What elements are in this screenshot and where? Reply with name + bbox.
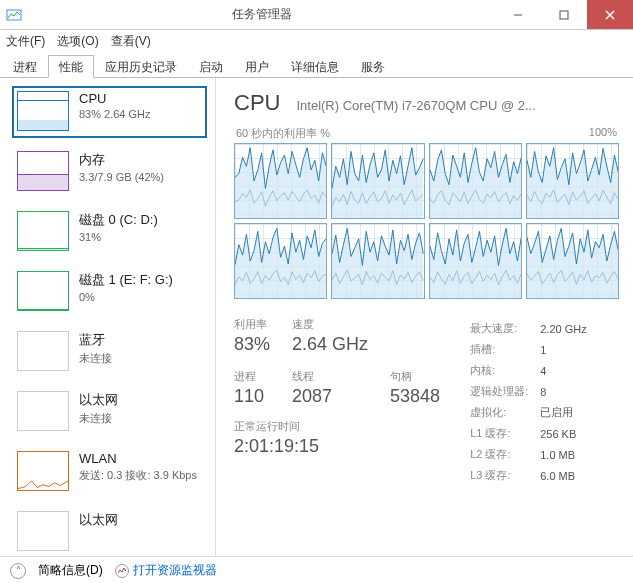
titlebar: 任务管理器 (0, 0, 633, 30)
speed-label: 速度 (292, 317, 368, 332)
resource-monitor-icon (115, 564, 129, 578)
thread-value: 2087 (292, 386, 368, 407)
util-label: 利用率 (234, 317, 270, 332)
sidebar-item-sub: 3.3/7.9 GB (42%) (79, 171, 164, 183)
thread-label: 线程 (292, 369, 368, 384)
minimize-button[interactable] (495, 0, 541, 29)
bluetooth-thumb-icon (17, 331, 69, 371)
tab-startup[interactable]: 启动 (188, 55, 234, 78)
chevron-up-icon[interactable]: ˄ (10, 563, 26, 579)
handle-value: 53848 (390, 386, 440, 407)
cpu-core-chart-4 (234, 223, 327, 299)
svg-marker-7 (430, 148, 521, 218)
tab-processes[interactable]: 进程 (2, 55, 48, 78)
sidebar: CPU 83% 2.64 GHz 内存 3.3/7.9 GB (42%) 磁盘 … (0, 78, 216, 556)
cpu-core-chart-1 (331, 143, 424, 219)
cpu-core-grid[interactable] (234, 143, 619, 299)
open-resource-monitor-link[interactable]: 打开资源监视器 (115, 562, 217, 579)
sidebar-item-wlan[interactable]: WLAN 发送: 0.3 接收: 3.9 Kbps (12, 446, 207, 498)
tab-performance[interactable]: 性能 (48, 55, 94, 78)
uptime-label: 正常运行时间 (234, 419, 440, 434)
footer: ˄ 简略信息(D) 打开资源监视器 (0, 556, 633, 583)
sidebar-item-sub: 0% (79, 291, 173, 303)
sidebar-item-sub: 未连接 (79, 411, 118, 426)
window-controls (495, 0, 633, 29)
sidebar-item-sub: 发送: 0.3 接收: 3.9 Kbps (79, 468, 197, 483)
sidebar-item-label: 磁盘 0 (C: D:) (79, 211, 158, 229)
sidebar-item-ethernet[interactable]: 以太网 未连接 (12, 386, 207, 438)
cpu-core-chart-0 (234, 143, 327, 219)
svg-marker-8 (527, 148, 618, 218)
speed-value: 2.64 GHz (292, 334, 368, 355)
disk-thumb-icon (17, 271, 69, 311)
sidebar-item-sub: 未连接 (79, 351, 112, 366)
sidebar-item-label: 内存 (79, 151, 164, 169)
maximize-button[interactable] (541, 0, 587, 29)
util-value: 83% (234, 334, 270, 355)
svg-rect-2 (560, 11, 568, 19)
menu-file[interactable]: 文件(F) (6, 33, 45, 50)
fewer-details-button[interactable]: 简略信息(D) (38, 562, 103, 579)
menu-options[interactable]: 选项(O) (57, 33, 98, 50)
sidebar-item-bluetooth[interactable]: 蓝牙 未连接 (12, 326, 207, 378)
cpu-core-chart-6 (429, 223, 522, 299)
tab-users[interactable]: 用户 (234, 55, 280, 78)
sidebar-item-label: WLAN (79, 451, 197, 466)
sidebar-item-cpu[interactable]: CPU 83% 2.64 GHz (12, 86, 207, 138)
sidebar-item-disk0[interactable]: 磁盘 0 (C: D:) 31% (12, 206, 207, 258)
cpu-core-chart-2 (429, 143, 522, 219)
window-title: 任务管理器 (28, 6, 495, 23)
sidebar-item-label: 蓝牙 (79, 331, 112, 349)
sidebar-item-sub: 31% (79, 231, 158, 243)
wlan-thumb-icon (17, 451, 69, 491)
ethernet-thumb-icon (17, 511, 69, 551)
main-pane: CPU Intel(R) Core(TM) i7-2670QM CPU @ 2.… (216, 78, 633, 556)
sidebar-item-ethernet2[interactable]: 以太网 (12, 506, 207, 556)
proc-label: 进程 (234, 369, 270, 384)
cpu-core-chart-5 (331, 223, 424, 299)
tab-app-history[interactable]: 应用历史记录 (94, 55, 188, 78)
cpu-core-chart-3 (526, 143, 619, 219)
tabstrip: 进程 性能 应用历史记录 启动 用户 详细信息 服务 (0, 54, 633, 78)
close-button[interactable] (587, 0, 633, 29)
cpu-spec-table: 最大速度:2.20 GHz 插槽:1 内核:4 逻辑处理器:8 虚拟化:已启用 … (468, 317, 599, 487)
svg-marker-5 (235, 148, 326, 218)
app-icon (6, 7, 22, 23)
cpu-core-chart-7 (526, 223, 619, 299)
uptime-value: 2:01:19:15 (234, 436, 440, 457)
ethernet-thumb-icon (17, 391, 69, 431)
svg-marker-12 (527, 228, 618, 298)
page-title: CPU (234, 90, 280, 116)
sidebar-item-label: CPU (79, 91, 151, 106)
chart-label-left: 60 秒内的利用率 % (236, 126, 330, 141)
handle-label: 句柄 (390, 369, 440, 384)
menubar: 文件(F) 选项(O) 查看(V) (0, 30, 633, 52)
sidebar-item-label: 以太网 (79, 511, 118, 529)
cpu-thumb-icon (17, 91, 69, 131)
proc-value: 110 (234, 386, 270, 407)
tab-details[interactable]: 详细信息 (280, 55, 350, 78)
sidebar-item-sub: 83% 2.64 GHz (79, 108, 151, 120)
chart-label-right: 100% (589, 126, 617, 141)
sidebar-item-disk1[interactable]: 磁盘 1 (E: F: G:) 0% (12, 266, 207, 318)
tab-services[interactable]: 服务 (350, 55, 396, 78)
sidebar-item-memory[interactable]: 内存 3.3/7.9 GB (42%) (12, 146, 207, 198)
svg-marker-10 (332, 228, 423, 298)
disk-thumb-icon (17, 211, 69, 251)
cpu-model: Intel(R) Core(TM) i7-2670QM CPU @ 2... (296, 98, 619, 113)
memory-thumb-icon (17, 151, 69, 191)
svg-rect-0 (7, 10, 21, 20)
menu-view[interactable]: 查看(V) (111, 33, 151, 50)
sidebar-item-label: 以太网 (79, 391, 118, 409)
sidebar-item-label: 磁盘 1 (E: F: G:) (79, 271, 173, 289)
